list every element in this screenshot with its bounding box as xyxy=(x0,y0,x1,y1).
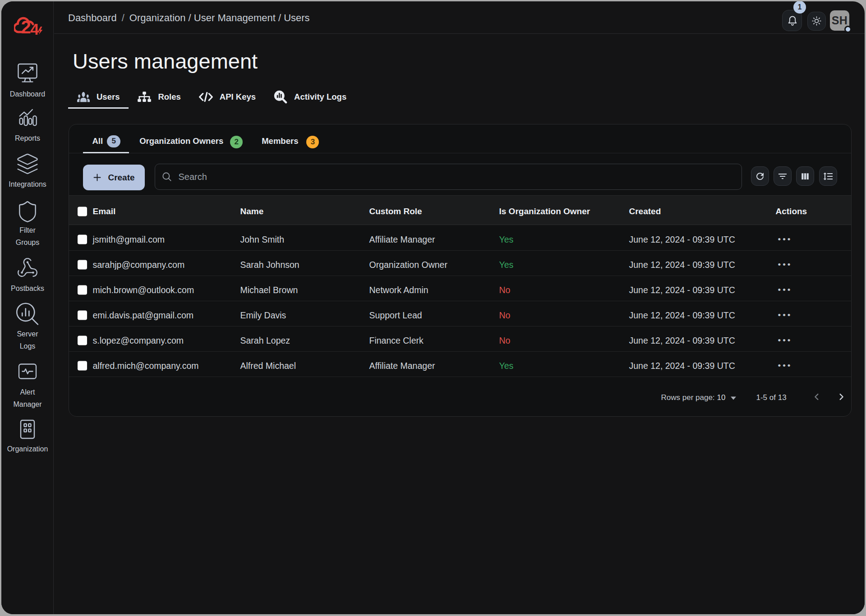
svg-text:2: 2 xyxy=(21,17,31,37)
svg-text:4: 4 xyxy=(30,20,39,37)
